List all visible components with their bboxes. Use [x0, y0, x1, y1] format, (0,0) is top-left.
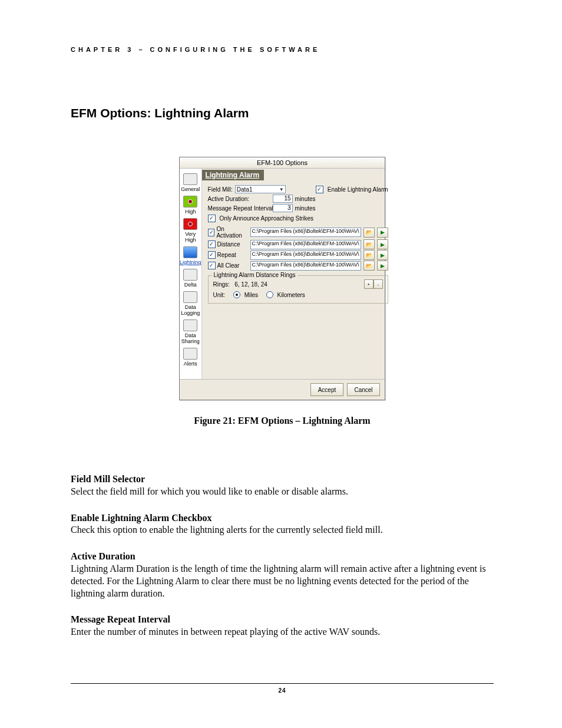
browse-icon[interactable]: 📂 — [363, 228, 375, 238]
accept-button[interactable]: Accept — [310, 383, 343, 396]
play-icon[interactable]: ▶ — [377, 261, 388, 271]
sound-path-input[interactable]: C:\Program Files (x86)\Boltek\EFM-100\WA… — [250, 240, 361, 249]
enable-checkbox[interactable]: ✓ — [316, 186, 323, 193]
paragraph-text: Lightning Alarm Duration is the length o… — [71, 564, 486, 598]
delta-icon — [183, 269, 197, 281]
data-logging-icon — [183, 291, 197, 303]
sound-label: All Clear — [217, 262, 240, 269]
sidebar-item-data-logging[interactable]: Data Logging — [180, 290, 201, 318]
browse-icon[interactable]: 📂 — [363, 250, 375, 260]
dialog-title: EFM-100 Options — [180, 157, 385, 169]
figure-caption: Figure 21: EFM Options – Lightning Alarm — [71, 416, 494, 426]
body-paragraph: Enable Lightning Alarm CheckboxCheck thi… — [71, 512, 494, 537]
general-icon — [183, 173, 197, 185]
screenshot-figure: EFM-100 Options GeneralHighVery HighLigh… — [71, 157, 494, 400]
sound-checkbox[interactable]: ✓ — [208, 262, 216, 269]
high-icon — [183, 196, 197, 207]
lightning-icon — [183, 246, 197, 258]
sidebar-item-label: Alerts — [180, 361, 201, 367]
play-icon[interactable]: ▶ — [377, 239, 388, 249]
active-duration-input[interactable]: 15 — [273, 195, 293, 203]
sound-row-on-activation: ✓On ActivationC:\Program Files (x86)\Bol… — [208, 226, 388, 239]
field-mill-value: Data1 — [237, 186, 253, 193]
paragraph-text: Check this option to enable the lightnin… — [71, 525, 383, 535]
browse-icon[interactable]: 📂 — [363, 261, 375, 271]
sidebar-item-general[interactable]: General — [180, 172, 201, 195]
sound-label: Repeat — [217, 252, 236, 258]
paragraph-title: Message Repeat Interval — [71, 614, 170, 624]
paragraph-title: Field Mill Selector — [71, 474, 145, 484]
sidebar-item-label: Very High — [180, 231, 201, 243]
sidebar-item-high[interactable]: High — [180, 195, 201, 217]
browse-icon[interactable]: 📂 — [363, 239, 375, 249]
section-title: EFM Options: Lightning Alarm — [71, 106, 494, 120]
sound-checkbox[interactable]: ✓ — [208, 229, 215, 236]
sound-row-distance: ✓DistanceC:\Program Files (x86)\Boltek\E… — [208, 239, 388, 249]
repeat-interval-input[interactable]: 3 — [273, 204, 293, 212]
page-footer: 24 — [71, 683, 494, 694]
unit-km-radio[interactable] — [266, 291, 273, 298]
sidebar-item-label: Data Logging — [180, 304, 201, 316]
sound-row-repeat: ✓RepeatC:\Program Files (x86)\Boltek\EFM… — [208, 250, 388, 260]
rings-remove-button[interactable]: - — [373, 279, 383, 289]
sidebar-item-data-sharing[interactable]: Data Sharing — [180, 318, 201, 347]
play-icon[interactable]: ▶ — [377, 250, 388, 260]
sound-path-input[interactable]: C:\Program Files (x86)\Boltek\EFM-100\WA… — [250, 261, 361, 271]
data-sharing-icon — [183, 319, 197, 331]
sidebar-item-delta[interactable]: Delta — [180, 268, 201, 290]
rings-value: 6, 12, 18, 24 — [234, 281, 267, 288]
sidebar: GeneralHighVery HighLightningDeltaData L… — [180, 169, 202, 379]
sound-checkbox[interactable]: ✓ — [208, 251, 216, 259]
body-paragraph: Active DurationLightning Alarm Duration … — [71, 551, 494, 599]
sound-checkbox[interactable]: ✓ — [208, 241, 216, 248]
sound-path-input[interactable]: C:\Program Files (x86)\Boltek\EFM-100\WA… — [250, 251, 361, 260]
cancel-button[interactable]: Cancel — [347, 383, 380, 396]
sidebar-item-lightning[interactable]: Lightning — [180, 245, 201, 268]
enable-label: Enable Lightning Alarm — [328, 186, 388, 193]
paragraph-text: Select the field mill for which you woul… — [71, 486, 348, 496]
active-duration-label: Active Duration: — [208, 196, 270, 202]
sidebar-item-label: Data Sharing — [180, 332, 201, 344]
very-high-icon — [183, 218, 197, 230]
rings-label: Rings: — [213, 281, 230, 288]
sidebar-item-very-high[interactable]: Very High — [180, 217, 201, 245]
announce-label: Only Announce Approaching Strikes — [220, 215, 314, 222]
announce-checkbox[interactable]: ✓ — [208, 215, 216, 222]
repeat-interval-unit: minutes — [295, 205, 316, 212]
unit-miles-label: Miles — [244, 292, 258, 298]
sidebar-item-label: General — [180, 186, 201, 192]
body-paragraph: Message Repeat IntervalEnter the number … — [71, 614, 494, 638]
chevron-down-icon: ▼ — [279, 187, 284, 192]
unit-label: Unit: — [213, 292, 226, 298]
sidebar-item-alerts[interactable]: Alerts — [180, 347, 201, 369]
body-paragraph: Field Mill SelectorSelect the field mill… — [71, 473, 494, 498]
sound-path-input[interactable]: C:\Program Files (x86)\Boltek\EFM-100\WA… — [250, 228, 361, 237]
sound-label: Distance — [217, 241, 240, 248]
rings-add-button[interactable]: + — [364, 279, 373, 289]
field-mill-select[interactable]: Data1 ▼ — [235, 185, 286, 193]
unit-miles-radio[interactable] — [233, 291, 240, 298]
options-dialog: EFM-100 Options GeneralHighVery HighLigh… — [179, 157, 385, 400]
panel-title: Lightning Alarm — [202, 170, 265, 180]
sidebar-item-label: Lightning — [180, 259, 201, 265]
alerts-icon — [183, 348, 197, 360]
unit-km-label: Kilometers — [277, 292, 305, 298]
sidebar-item-label: High — [180, 209, 201, 215]
paragraph-title: Enable Lightning Alarm Checkbox — [71, 513, 212, 523]
sound-row-all-clear: ✓All ClearC:\Program Files (x86)\Boltek\… — [208, 261, 388, 271]
play-icon[interactable]: ▶ — [377, 228, 388, 238]
chapter-header: CHAPTER 3 – CONFIGURING THE SOFTWARE — [71, 46, 494, 53]
page-number: 24 — [278, 687, 286, 694]
paragraph-text: Enter the number of minutes in between r… — [71, 627, 380, 637]
repeat-interval-label: Message Repeat Interval: — [208, 205, 270, 212]
active-duration-unit: minutes — [295, 196, 316, 202]
field-mill-label: Field Mill: — [208, 186, 233, 193]
sidebar-item-label: Delta — [180, 282, 201, 288]
paragraph-title: Active Duration — [71, 551, 135, 561]
rings-group-title: Lightning Alarm Distance Rings — [212, 272, 297, 278]
sound-label: On Activation — [216, 226, 247, 239]
